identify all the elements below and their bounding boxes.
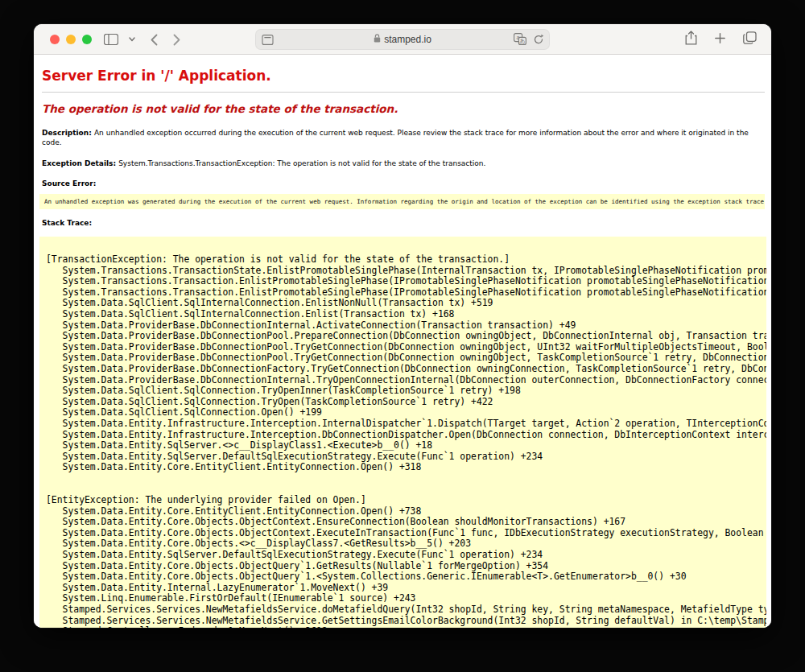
svg-text:あ: あ xyxy=(519,38,525,44)
description-text: An unhandled exception occurred during t… xyxy=(42,129,749,146)
source-error-label: Source Error: xyxy=(42,179,765,188)
translate-icon[interactable]: aあ xyxy=(514,33,526,48)
exception-details-row: Exception Details: System.Transactions.T… xyxy=(42,159,765,168)
source-error-text: An unhandled exception was generated dur… xyxy=(44,198,765,205)
close-window-button[interactable] xyxy=(50,35,60,44)
share-icon[interactable] xyxy=(685,31,697,48)
source-error-box: An unhandled exception was generated dur… xyxy=(39,194,765,209)
sidebar-toggle-button[interactable] xyxy=(95,24,127,55)
tabs-icon[interactable] xyxy=(743,31,757,47)
url-text[interactable]: stamped.io xyxy=(384,34,431,45)
error-subtitle: The operation is not valid for the state… xyxy=(42,102,765,115)
stack-trace-text: [TransactionException: The operation is … xyxy=(46,254,766,628)
description-row: Description: An unhandled exception occu… xyxy=(42,128,765,147)
browser-toolbar: stamped.io aあ xyxy=(34,24,771,55)
page-layout-icon[interactable] xyxy=(262,34,274,48)
lock-icon xyxy=(374,34,381,45)
exception-details-label: Exception Details: xyxy=(42,159,118,167)
error-page: Server Error in '/' Application. The ope… xyxy=(34,55,771,628)
traffic-lights xyxy=(50,35,92,44)
sidebar-icon xyxy=(104,34,118,45)
new-tab-icon[interactable] xyxy=(715,32,725,47)
stack-trace-box: [TransactionException: The operation is … xyxy=(39,237,766,628)
forward-button[interactable] xyxy=(166,24,187,55)
chevron-down-icon[interactable] xyxy=(126,24,138,55)
reload-icon[interactable] xyxy=(533,34,544,48)
divider xyxy=(42,92,765,93)
stack-trace-label: Stack Trace: xyxy=(42,219,765,227)
back-button[interactable] xyxy=(143,24,164,55)
zoom-window-button[interactable] xyxy=(82,35,92,44)
browser-window: stamped.io aあ Server E xyxy=(34,24,771,628)
page-title: Server Error in '/' Application. xyxy=(42,68,765,84)
exception-details-text: System.Transactions.TransactionException… xyxy=(118,159,485,167)
address-bar[interactable]: stamped.io aあ xyxy=(255,29,550,50)
description-label: Description: xyxy=(42,129,94,137)
minimize-window-button[interactable] xyxy=(66,35,76,44)
